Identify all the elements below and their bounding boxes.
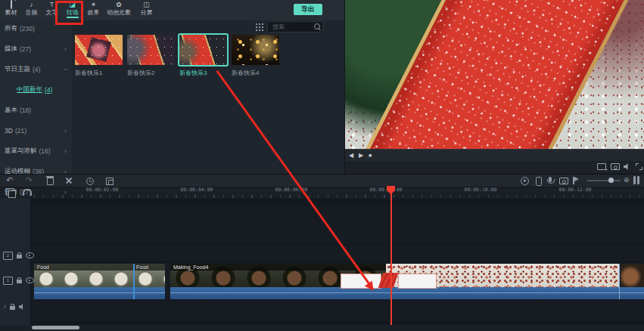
lock-icon[interactable] bbox=[10, 306, 15, 310]
elements-icon: ✿ bbox=[116, 2, 122, 9]
tab-splitscreen[interactable]: ◫ 分屏 bbox=[136, 2, 157, 20]
stop-button[interactable]: ■ bbox=[369, 152, 372, 159]
thumb-2-label: 新春快乐2 bbox=[127, 69, 154, 77]
transition-thumb-4[interactable] bbox=[232, 35, 279, 65]
audio-note-icon: ♪ bbox=[3, 304, 6, 310]
chevron-right-icon: › bbox=[64, 147, 67, 155]
playhead-line[interactable] bbox=[390, 186, 392, 325]
chevron-right-icon: › bbox=[64, 127, 67, 135]
search-icon bbox=[314, 23, 320, 29]
tab-effects[interactable]: ✶ 效果 bbox=[83, 2, 104, 20]
transition-thumb-2[interactable] bbox=[127, 35, 175, 65]
clip-boundary-line bbox=[133, 264, 135, 299]
audio-track-1-lane[interactable] bbox=[0, 302, 644, 321]
record-icon[interactable] bbox=[521, 177, 529, 185]
undo-icon[interactable]: ↶ bbox=[6, 176, 13, 184]
sidebar-item-all[interactable]: 所有(230) bbox=[0, 23, 72, 34]
tab-media-label: 素材 bbox=[5, 10, 17, 16]
video-track-2-lane[interactable] bbox=[0, 245, 644, 261]
snapshot-icon[interactable] bbox=[611, 163, 620, 170]
audio-waveform-1[interactable] bbox=[34, 287, 165, 299]
horizontal-scrollbar[interactable] bbox=[32, 326, 79, 329]
voiceover-mic-icon[interactable] bbox=[549, 177, 552, 182]
audio-note-icon: ♪ bbox=[30, 2, 33, 9]
ruler-label: 00:00:06:00 bbox=[270, 187, 313, 193]
category-sidebar: 所有(230) 媒体(27)› 节日主题(4)› 中国新年(4) 基本(18) … bbox=[0, 20, 72, 174]
split-icon[interactable] bbox=[65, 177, 73, 184]
ruler-label: 00:00:08:00 bbox=[365, 187, 407, 193]
transition-dropzone-right[interactable] bbox=[398, 274, 437, 289]
export-button[interactable]: 导出 bbox=[294, 4, 322, 15]
search-input[interactable] bbox=[271, 22, 313, 32]
clip-food-1[interactable]: Food bbox=[34, 264, 133, 287]
track-height-icon[interactable] bbox=[633, 176, 641, 186]
search-box bbox=[267, 21, 323, 32]
video-track-1-header: 1 bbox=[3, 276, 34, 285]
sidebar-item-mask-dissolve[interactable]: 遮罩与溶解(16)› bbox=[0, 146, 72, 156]
previous-frame-button[interactable]: ◀ bbox=[349, 152, 353, 159]
grid-view-icon[interactable] bbox=[255, 23, 263, 31]
clip-food-2[interactable]: Food bbox=[133, 264, 165, 287]
sidebar-item-basic[interactable]: 基本(18) bbox=[0, 105, 72, 116]
effects-icon: ✶ bbox=[91, 2, 97, 9]
zoom-slider-track[interactable] bbox=[587, 180, 621, 181]
lock-icon[interactable] bbox=[17, 255, 22, 258]
tab-splitscreen-label: 分屏 bbox=[141, 10, 153, 16]
video-track-icon: 2 bbox=[3, 252, 13, 260]
filmora-window: 素材 ♪ 音频 T 文字 ◪ 转场 ✶ 效果 ✿ 动画元素 ◫ 分屏 导出 所有… bbox=[0, 0, 644, 331]
redo-icon[interactable]: ↷ bbox=[26, 176, 33, 184]
tab-media[interactable]: 素材 bbox=[1, 2, 21, 20]
crop-icon[interactable] bbox=[106, 178, 114, 185]
clip-boundary-line bbox=[619, 264, 620, 299]
ruler-label: 00:00:10:00 bbox=[459, 187, 502, 193]
snap-icon[interactable] bbox=[23, 189, 32, 196]
timeline-snapshot-icon[interactable] bbox=[559, 178, 568, 184]
sidebar-item-chinese-new-year[interactable]: 中国新年(4) bbox=[0, 85, 72, 95]
speed-icon[interactable] bbox=[86, 178, 94, 185]
clip-end[interactable] bbox=[621, 264, 644, 287]
transition-thumb-3[interactable] bbox=[179, 35, 227, 65]
mute-icon[interactable] bbox=[19, 304, 25, 310]
volume-icon[interactable] bbox=[624, 163, 630, 170]
fullscreen-icon[interactable] bbox=[636, 163, 642, 170]
sidebar-item-3d[interactable]: 3D(21)› bbox=[0, 125, 72, 136]
sidebar-item-holiday[interactable]: 节日主题(4)› bbox=[0, 64, 72, 75]
chevron-down-icon: › bbox=[62, 68, 70, 70]
audio-waveform-2[interactable] bbox=[170, 287, 644, 299]
preview-secondary-bar bbox=[345, 161, 644, 173]
ruler-label: 00:00:12:00 bbox=[554, 187, 596, 193]
thumb-4-label: 新春快乐4 bbox=[232, 69, 259, 77]
media-folder-icon bbox=[11, 2, 12, 9]
tab-elements-label: 动画元素 bbox=[107, 10, 131, 16]
manage-tracks-icon[interactable] bbox=[6, 188, 14, 196]
thumb-1-label: 新春快乐1 bbox=[75, 69, 102, 77]
zoom-slider-handle[interactable] bbox=[608, 178, 614, 183]
ruler-label: 00:00:02:00 bbox=[81, 187, 123, 193]
timeline-ruler[interactable]: 00:00:02:00 00:00:04:00 00:00:06:00 00:0… bbox=[34, 186, 644, 198]
preview-video bbox=[345, 0, 644, 149]
track-headers: 2 1 ♪ bbox=[0, 198, 31, 325]
annotation-highlight-box bbox=[55, 1, 83, 25]
delete-icon[interactable] bbox=[47, 178, 54, 185]
eye-icon[interactable] bbox=[26, 277, 34, 283]
eye-icon[interactable] bbox=[26, 252, 34, 258]
ruler-label: 00:00:04:00 bbox=[176, 187, 218, 193]
audio-track-1-header: ♪ bbox=[3, 302, 25, 311]
send-to-timeline-icon[interactable] bbox=[597, 163, 606, 170]
phone-import-icon[interactable] bbox=[536, 177, 542, 186]
play-button[interactable]: ▶ bbox=[359, 152, 363, 159]
lock-icon[interactable] bbox=[17, 280, 22, 283]
zoom-fit-icon[interactable]: ⊕ bbox=[624, 176, 630, 184]
tab-elements[interactable]: ✿ 动画元素 bbox=[104, 2, 134, 20]
playback-bar: ◀ ▶ ■ { } 00:00:08:08 bbox=[345, 149, 644, 162]
sidebar-item-media[interactable]: 媒体(27)› bbox=[0, 44, 72, 54]
split-screen-icon: ◫ bbox=[143, 2, 150, 9]
transition-thumb-1[interactable] bbox=[75, 35, 123, 65]
tab-audio-label: 音频 bbox=[26, 10, 38, 16]
video-track-icon: 1 bbox=[3, 277, 13, 285]
transition-browser: 新春快乐1 新春快乐2 新春快乐3 新春快乐4 bbox=[72, 20, 344, 174]
text-icon: T bbox=[50, 2, 54, 9]
marker-icon[interactable] bbox=[573, 177, 574, 184]
tab-audio[interactable]: ♪ 音频 bbox=[21, 2, 42, 20]
video-track-2-header: 2 bbox=[3, 251, 34, 260]
